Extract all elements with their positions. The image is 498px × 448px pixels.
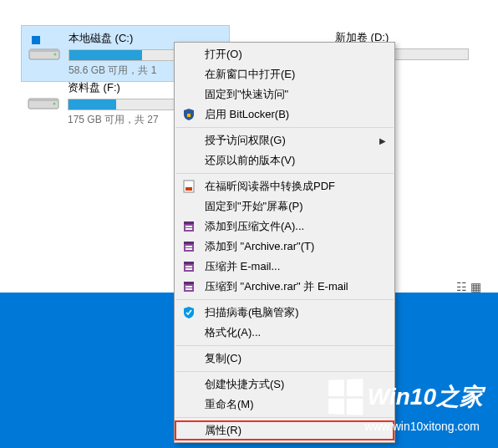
svg-rect-30: [184, 282, 194, 284]
watermark-url: www.win10xitong.com: [364, 420, 480, 433]
menu-item-label: 添加到压缩文件(A)...: [205, 219, 304, 234]
menu-item[interactable]: 扫描病毒(电脑管家): [175, 303, 394, 323]
menu-item[interactable]: 在新窗口中打开(E): [175, 64, 394, 84]
rar-icon: [181, 219, 196, 234]
menu-separator: [175, 417, 394, 418]
menu-item-label: 属性(R): [205, 423, 241, 438]
menu-item-label: 固定到"开始"屏幕(P): [205, 199, 303, 214]
menu-item[interactable]: 属性(R): [175, 420, 394, 440]
svg-rect-24: [185, 248, 192, 250]
menu-item-label: 在福昕阅读器中转换成PDF: [205, 179, 335, 194]
menu-item-label: 复制(C): [205, 351, 241, 366]
svg-rect-19: [185, 226, 192, 227]
menu-item-label: 授予访问权限(G): [205, 133, 286, 148]
menu-item-label: 固定到"快速访问": [205, 87, 288, 102]
menu-item[interactable]: 还原以前的版本(V): [175, 150, 394, 171]
svg-rect-12: [28, 99, 58, 101]
svg-rect-31: [185, 286, 192, 288]
menu-item-label: 压缩到 "Archive.rar" 并 E-mail: [205, 279, 348, 294]
chevron-right-icon: ▶: [379, 136, 386, 145]
menu-item-label: 重命名(M): [205, 397, 254, 412]
svg-rect-28: [185, 268, 192, 270]
tiles-view-icon[interactable]: ▦: [470, 280, 481, 293]
svg-point-2: [54, 53, 57, 56]
menu-item-label: 创建快捷方式(S): [205, 377, 284, 392]
rar-icon: [181, 239, 196, 254]
menu-item-label: 在新窗口中打开(E): [205, 67, 295, 82]
svg-rect-7: [36, 40, 40, 44]
svg-rect-20: [185, 228, 192, 230]
menu-item-label: 压缩并 E-mail...: [205, 259, 280, 274]
details-view-icon[interactable]: ☷: [456, 280, 467, 293]
menu-item[interactable]: 固定到"开始"屏幕(P): [175, 196, 394, 216]
menu-item[interactable]: 固定到"快速访问": [175, 84, 394, 104]
svg-rect-32: [185, 288, 192, 290]
shield-check-icon: [181, 305, 196, 320]
menu-item[interactable]: 压缩并 E-mail...: [175, 257, 394, 277]
svg-rect-1: [29, 49, 59, 52]
watermark: Win10之家: [328, 379, 483, 415]
menu-item[interactable]: 在福昕阅读器中转换成PDF: [175, 176, 394, 196]
menu-item-label: 打开(O): [205, 47, 242, 62]
svg-rect-22: [184, 242, 194, 244]
svg-rect-27: [185, 266, 192, 267]
svg-rect-4: [32, 36, 36, 40]
svg-rect-26: [184, 262, 194, 264]
menu-item[interactable]: 压缩到 "Archive.rar" 并 E-mail: [175, 277, 394, 297]
menu-separator: [175, 345, 394, 346]
menu-separator: [175, 299, 394, 300]
drive-icon: [26, 79, 61, 114]
svg-rect-14: [187, 114, 191, 117]
menu-item[interactable]: 添加到 "Archive.rar"(T): [175, 237, 394, 257]
svg-rect-23: [185, 246, 192, 247]
menu-item-label: 添加到 "Archive.rar"(T): [205, 239, 314, 254]
menu-item[interactable]: 打开(O): [175, 44, 394, 64]
menu-item[interactable]: 授予访问权限(G)▶: [175, 130, 394, 150]
menu-separator: [175, 173, 394, 174]
menu-item[interactable]: 复制(C): [175, 349, 394, 369]
pdf-icon: [181, 179, 196, 194]
drive-icon: [27, 29, 62, 64]
windows-logo-icon: [328, 379, 363, 415]
svg-rect-16: [185, 187, 192, 191]
menu-separator: [175, 371, 394, 372]
watermark-text: Win10之家: [368, 381, 483, 413]
menu-item[interactable]: 格式化(A)...: [175, 323, 394, 343]
svg-point-13: [53, 103, 56, 105]
view-mode-icons[interactable]: ☷ ▦: [456, 280, 481, 293]
menu-item[interactable]: 启用 BitLocker(B): [175, 104, 394, 125]
menu-item-label: 还原以前的版本(V): [205, 153, 295, 168]
menu-item-label: 扫描病毒(电脑管家): [205, 305, 299, 320]
bitlocker-icon: [181, 107, 196, 122]
menu-separator: [175, 127, 394, 128]
rar-icon: [181, 279, 196, 294]
svg-rect-18: [184, 221, 194, 224]
menu-item-label: 启用 BitLocker(B): [205, 107, 289, 122]
svg-rect-5: [36, 36, 40, 40]
menu-item-label: 格式化(A)...: [205, 325, 261, 340]
menu-item[interactable]: 添加到压缩文件(A)...: [175, 216, 394, 237]
rar-icon: [181, 259, 196, 274]
svg-rect-6: [32, 40, 36, 44]
